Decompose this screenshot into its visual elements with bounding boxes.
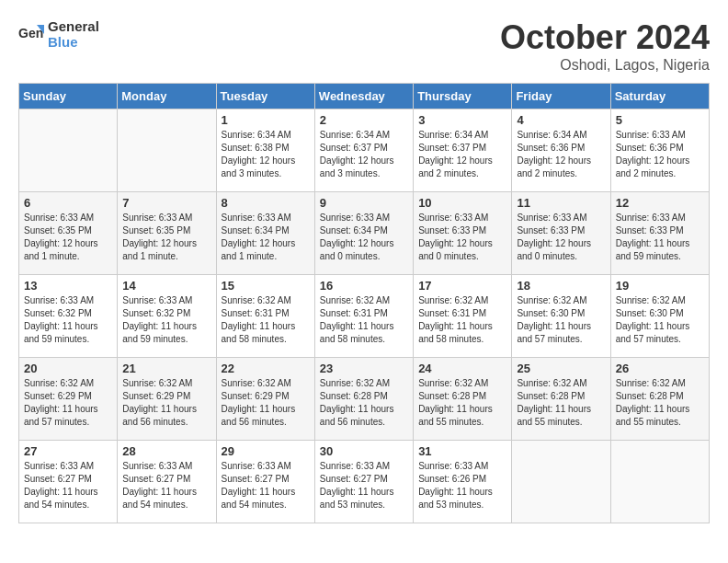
day-cell [118,109,216,192]
logo: Gen General Blue [18,18,99,50]
day-number: 29 [222,444,310,458]
header-row: SundayMondayTuesdayWednesdayThursdayFrid… [19,84,710,109]
day-number: 5 [616,113,704,127]
title-block: October 2024 Oshodi, Lagos, Nigeria [500,18,710,74]
header-cell-friday: Friday [512,84,610,109]
day-number: 21 [122,362,210,375]
calendar-table: SundayMondayTuesdayWednesdayThursdayFrid… [18,83,710,523]
day-cell: 26Sunrise: 6:32 AM Sunset: 6:28 PM Dayli… [610,358,709,441]
day-cell: 30Sunrise: 6:33 AM Sunset: 6:27 PM Dayli… [314,441,413,523]
day-number: 4 [517,113,605,127]
day-cell: 10Sunrise: 6:33 AM Sunset: 6:33 PM Dayli… [414,192,512,275]
day-cell: 25Sunrise: 6:32 AM Sunset: 6:28 PM Dayli… [512,358,610,441]
day-cell: 23Sunrise: 6:32 AM Sunset: 6:28 PM Dayli… [314,358,413,441]
header-cell-monday: Monday [118,84,216,109]
day-info: Sunrise: 6:33 AM Sunset: 6:34 PM Dayligh… [222,212,310,263]
day-info: Sunrise: 6:33 AM Sunset: 6:35 PM Dayligh… [122,212,210,263]
month-title: October 2024 [500,18,710,57]
day-info: Sunrise: 6:32 AM Sunset: 6:30 PM Dayligh… [517,294,605,346]
day-number: 7 [122,196,210,210]
day-cell: 15Sunrise: 6:32 AM Sunset: 6:31 PM Dayli… [216,275,314,358]
day-cell: 11Sunrise: 6:33 AM Sunset: 6:33 PM Dayli… [512,192,610,275]
day-number: 27 [24,444,112,458]
header-cell-tuesday: Tuesday [216,84,314,109]
day-number: 22 [222,362,310,375]
day-number: 12 [616,196,704,210]
day-number: 26 [616,362,704,375]
day-cell: 2Sunrise: 6:34 AM Sunset: 6:37 PM Daylig… [314,109,413,192]
day-info: Sunrise: 6:33 AM Sunset: 6:33 PM Dayligh… [418,212,506,263]
day-cell: 5Sunrise: 6:33 AM Sunset: 6:36 PM Daylig… [610,109,709,192]
day-number: 25 [517,362,605,375]
day-number: 2 [320,113,408,127]
day-info: Sunrise: 6:32 AM Sunset: 6:31 PM Dayligh… [418,294,506,346]
day-cell: 19Sunrise: 6:32 AM Sunset: 6:30 PM Dayli… [610,275,709,358]
calendar-header: SundayMondayTuesdayWednesdayThursdayFrid… [19,84,710,109]
day-number: 28 [122,444,210,458]
day-number: 17 [418,279,506,293]
day-info: Sunrise: 6:33 AM Sunset: 6:36 PM Dayligh… [616,129,704,180]
day-cell: 21Sunrise: 6:32 AM Sunset: 6:29 PM Dayli… [118,358,216,441]
day-info: Sunrise: 6:34 AM Sunset: 6:37 PM Dayligh… [320,129,408,180]
day-info: Sunrise: 6:33 AM Sunset: 6:27 PM Dayligh… [24,460,112,511]
week-row-3: 13Sunrise: 6:33 AM Sunset: 6:32 PM Dayli… [19,275,710,358]
day-cell: 18Sunrise: 6:32 AM Sunset: 6:30 PM Dayli… [512,275,610,358]
day-info: Sunrise: 6:32 AM Sunset: 6:30 PM Dayligh… [616,294,704,346]
header-cell-thursday: Thursday [414,84,512,109]
day-info: Sunrise: 6:32 AM Sunset: 6:29 PM Dayligh… [24,377,112,429]
day-number: 18 [517,279,605,293]
day-number: 13 [24,279,112,293]
day-cell: 9Sunrise: 6:33 AM Sunset: 6:34 PM Daylig… [314,192,413,275]
week-row-1: 1Sunrise: 6:34 AM Sunset: 6:38 PM Daylig… [19,109,710,192]
day-info: Sunrise: 6:32 AM Sunset: 6:31 PM Dayligh… [320,294,408,346]
day-cell: 12Sunrise: 6:33 AM Sunset: 6:33 PM Dayli… [610,192,709,275]
day-cell: 1Sunrise: 6:34 AM Sunset: 6:38 PM Daylig… [216,109,314,192]
calendar-body: 1Sunrise: 6:34 AM Sunset: 6:38 PM Daylig… [19,109,710,523]
day-info: Sunrise: 6:32 AM Sunset: 6:29 PM Dayligh… [122,377,210,429]
day-info: Sunrise: 6:32 AM Sunset: 6:28 PM Dayligh… [517,377,605,429]
day-cell: 28Sunrise: 6:33 AM Sunset: 6:27 PM Dayli… [118,441,216,523]
day-cell: 24Sunrise: 6:32 AM Sunset: 6:28 PM Dayli… [414,358,512,441]
day-info: Sunrise: 6:34 AM Sunset: 6:38 PM Dayligh… [222,129,310,180]
day-number: 20 [24,362,112,375]
day-info: Sunrise: 6:33 AM Sunset: 6:35 PM Dayligh… [24,212,112,263]
day-cell [512,441,610,523]
day-info: Sunrise: 6:33 AM Sunset: 6:27 PM Dayligh… [122,460,210,511]
day-cell: 20Sunrise: 6:32 AM Sunset: 6:29 PM Dayli… [19,358,118,441]
day-info: Sunrise: 6:34 AM Sunset: 6:37 PM Dayligh… [418,129,506,180]
day-cell: 4Sunrise: 6:34 AM Sunset: 6:36 PM Daylig… [512,109,610,192]
day-cell: 29Sunrise: 6:33 AM Sunset: 6:27 PM Dayli… [216,441,314,523]
day-number: 9 [320,196,408,210]
logo-text-line1: General [48,18,99,34]
day-number: 11 [517,196,605,210]
day-number: 10 [418,196,506,210]
day-cell: 8Sunrise: 6:33 AM Sunset: 6:34 PM Daylig… [216,192,314,275]
week-row-2: 6Sunrise: 6:33 AM Sunset: 6:35 PM Daylig… [19,192,710,275]
logo-icon: Gen [18,21,44,47]
day-number: 23 [320,362,408,375]
day-number: 6 [24,196,112,210]
day-info: Sunrise: 6:33 AM Sunset: 6:32 PM Dayligh… [24,294,112,346]
day-cell: 17Sunrise: 6:32 AM Sunset: 6:31 PM Dayli… [414,275,512,358]
day-cell: 3Sunrise: 6:34 AM Sunset: 6:37 PM Daylig… [414,109,512,192]
day-number: 19 [616,279,704,293]
day-info: Sunrise: 6:32 AM Sunset: 6:29 PM Dayligh… [222,377,310,429]
day-info: Sunrise: 6:33 AM Sunset: 6:33 PM Dayligh… [517,212,605,263]
location-subtitle: Oshodi, Lagos, Nigeria [500,57,710,74]
day-number: 31 [418,444,506,458]
day-cell: 13Sunrise: 6:33 AM Sunset: 6:32 PM Dayli… [19,275,118,358]
day-cell [610,441,709,523]
page-header: Gen General Blue October 2024 Oshodi, La… [18,18,710,74]
day-info: Sunrise: 6:32 AM Sunset: 6:28 PM Dayligh… [616,377,704,429]
day-info: Sunrise: 6:34 AM Sunset: 6:36 PM Dayligh… [517,129,605,180]
day-cell: 27Sunrise: 6:33 AM Sunset: 6:27 PM Dayli… [19,441,118,523]
day-info: Sunrise: 6:32 AM Sunset: 6:28 PM Dayligh… [320,377,408,429]
day-info: Sunrise: 6:33 AM Sunset: 6:33 PM Dayligh… [616,212,704,263]
day-number: 16 [320,279,408,293]
day-cell: 31Sunrise: 6:33 AM Sunset: 6:26 PM Dayli… [414,441,512,523]
header-cell-wednesday: Wednesday [314,84,413,109]
day-number: 15 [222,279,310,293]
day-number: 3 [418,113,506,127]
week-row-5: 27Sunrise: 6:33 AM Sunset: 6:27 PM Dayli… [19,441,710,523]
day-info: Sunrise: 6:32 AM Sunset: 6:31 PM Dayligh… [222,294,310,346]
